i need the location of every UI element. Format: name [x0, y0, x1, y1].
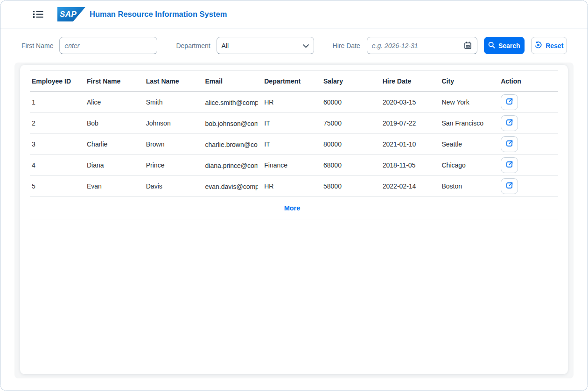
cell-hire-date: 2019-07-22	[381, 113, 440, 134]
row-action-button[interactable]	[501, 157, 518, 173]
table-row: 4DianaPrincediana.prince@company.comFina…	[30, 155, 558, 176]
cell-email: bob.johnson@company.com	[203, 113, 263, 134]
content-area: Employee ID First Name Last Name Email D…	[0, 63, 588, 391]
cell-city: Boston	[440, 176, 499, 197]
chevron-down-icon	[303, 42, 309, 49]
cell-email: alice.smith@company.com	[203, 92, 263, 113]
magnifier-icon	[488, 42, 495, 50]
reset-button[interactable]: Reset	[531, 37, 567, 54]
app-window: SAP Human Resource Information System Fi…	[0, 0, 588, 391]
email-text: alice.smith@company.com	[205, 99, 258, 106]
reset-button-label: Reset	[546, 42, 563, 49]
col-last-name: Last Name	[144, 71, 203, 92]
col-first-name: First Name	[85, 71, 144, 92]
sap-logo: SAP	[57, 7, 85, 21]
cell-employee-id: 3	[30, 134, 85, 155]
department-select[interactable]: All	[217, 37, 314, 54]
cell-email: diana.prince@company.com	[203, 155, 263, 176]
col-department: Department	[262, 71, 322, 92]
cell-salary: 60000	[322, 92, 381, 113]
cell-department: IT	[262, 134, 322, 155]
cell-last-name: Davis	[144, 176, 203, 197]
cell-first-name: Diana	[85, 155, 144, 176]
cell-action	[499, 113, 558, 134]
cell-employee-id: 2	[30, 113, 85, 134]
search-button-label: Search	[498, 42, 520, 49]
table-row: 5EvanDavisevan.davis@company.comHR580002…	[30, 176, 558, 197]
cell-department: Finance	[262, 155, 322, 176]
cell-salary: 80000	[322, 134, 381, 155]
col-salary: Salary	[322, 71, 381, 92]
email-text: diana.prince@company.com	[205, 162, 258, 169]
content-background-panel: Employee ID First Name Last Name Email D…	[14, 63, 574, 378]
table-row: 1AliceSmithalice.smith@company.comHR6000…	[30, 92, 558, 113]
cell-city: San Francisco	[440, 113, 499, 134]
table-row: 3CharlieBrowncharlie.brown@company.comIT…	[30, 134, 558, 155]
row-action-button[interactable]	[501, 136, 518, 152]
more-link[interactable]: More	[284, 204, 301, 212]
cell-action	[499, 134, 558, 155]
table-body: 1AliceSmithalice.smith@company.comHR6000…	[30, 92, 558, 197]
cell-action	[499, 92, 558, 113]
page-title: Human Resource Information System	[90, 10, 227, 19]
cell-action	[499, 176, 558, 197]
cell-email: charlie.brown@company.com	[203, 134, 263, 155]
employee-table: Employee ID First Name Last Name Email D…	[30, 70, 558, 219]
cell-city: Seattle	[440, 134, 499, 155]
cell-employee-id: 5	[30, 176, 85, 197]
app-header: SAP Human Resource Information System	[0, 0, 588, 28]
cell-city: Chicago	[440, 155, 499, 176]
cell-salary: 68000	[322, 155, 381, 176]
cell-employee-id: 4	[30, 155, 85, 176]
cell-hire-date: 2021-01-10	[381, 134, 440, 155]
cell-hire-date: 2018-11-05	[381, 155, 440, 176]
email-text: evan.davis@company.com	[205, 183, 258, 190]
search-button[interactable]: Search	[484, 37, 525, 54]
filter-bar: First Name Department All Hire Date	[0, 28, 588, 63]
menu-list-icon[interactable]	[33, 10, 43, 19]
cell-last-name: Prince	[144, 155, 203, 176]
email-text: charlie.brown@company.com	[205, 141, 258, 148]
sap-logo-text: SAP	[57, 7, 77, 21]
hire-date-label: Hire Date	[333, 42, 360, 49]
col-city: City	[440, 71, 499, 92]
department-label: Department	[176, 42, 210, 49]
cell-email: evan.davis@company.com	[203, 176, 263, 197]
cell-department: HR	[262, 176, 322, 197]
open-detail-icon	[505, 119, 513, 128]
cell-employee-id: 1	[30, 92, 85, 113]
cell-department: HR	[262, 92, 322, 113]
col-employee-id: Employee ID	[30, 71, 85, 92]
more-cell: More	[30, 197, 558, 219]
hire-date-field	[367, 37, 477, 54]
cell-salary: 75000	[322, 113, 381, 134]
email-text: bob.johnson@company.com	[205, 120, 258, 127]
cell-first-name: Evan	[85, 176, 144, 197]
cell-last-name: Smith	[144, 92, 203, 113]
calendar-icon[interactable]	[463, 41, 473, 51]
first-name-input[interactable]	[59, 37, 157, 54]
first-name-label: First Name	[21, 42, 53, 49]
open-detail-icon	[505, 182, 513, 191]
col-email: Email	[203, 71, 263, 92]
employee-table-card: Employee ID First Name Last Name Email D…	[20, 65, 568, 374]
col-hire-date: Hire Date	[381, 71, 440, 92]
open-detail-icon	[505, 98, 513, 107]
table-row: 2BobJohnsonbob.johnson@company.comIT7500…	[30, 113, 558, 134]
row-action-button[interactable]	[501, 178, 518, 194]
cell-first-name: Charlie	[85, 134, 144, 155]
cell-salary: 58000	[322, 176, 381, 197]
more-row: More	[30, 197, 558, 219]
row-action-button[interactable]	[501, 94, 518, 110]
open-detail-icon	[505, 140, 513, 149]
col-action: Action	[499, 71, 558, 92]
cell-department: IT	[262, 113, 322, 134]
undo-reset-icon	[534, 41, 542, 50]
cell-last-name: Johnson	[144, 113, 203, 134]
row-action-button[interactable]	[501, 115, 518, 131]
cell-first-name: Bob	[85, 113, 144, 134]
cell-hire-date: 2020-03-15	[381, 92, 440, 113]
hire-date-input[interactable]	[372, 42, 463, 49]
cell-city: New York	[440, 92, 499, 113]
table-header-row: Employee ID First Name Last Name Email D…	[30, 71, 558, 92]
